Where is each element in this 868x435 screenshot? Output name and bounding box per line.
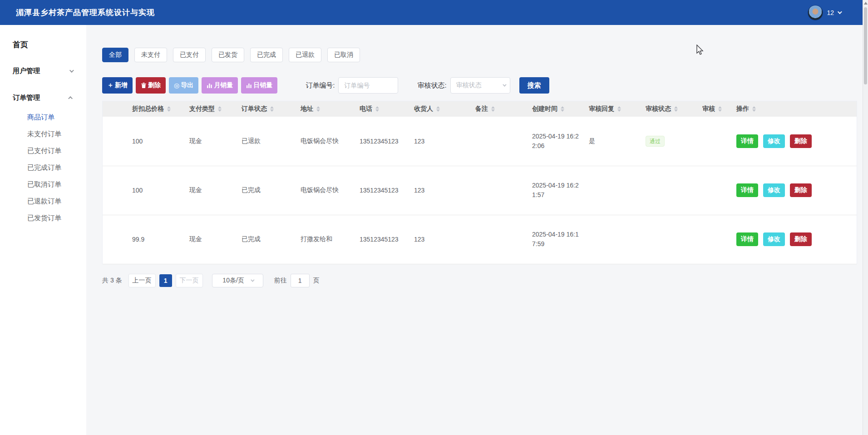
edit-button[interactable]: 修改 — [763, 232, 785, 246]
chevron-down-icon — [838, 10, 842, 14]
main-content: 全部 未支付 已支付 已发货 已完成 已退款 已取消 ＋新增 删除 ◎导出 — [86, 25, 868, 435]
row-delete-button[interactable]: 删除 — [790, 183, 812, 197]
sidebar-item-completed-orders[interactable]: 已完成订单 — [0, 159, 86, 176]
sidebar-item-refunded-orders[interactable]: 已退款订单 — [0, 193, 86, 210]
sort-caret-icon[interactable] — [436, 106, 440, 112]
cell-created: 2025-04-19 16:22:06 — [529, 117, 586, 166]
cell-price: 99.9 — [103, 215, 187, 264]
sidebar-item-shipped-orders[interactable]: 已发货订单 — [0, 210, 86, 227]
sort-caret-icon[interactable] — [752, 106, 756, 112]
status-filter-tabs: 全部 未支付 已支付 已发货 已完成 已退款 已取消 — [102, 48, 857, 62]
order-number-label: 订单编号: — [306, 81, 335, 90]
tab-shipped[interactable]: 已发货 — [212, 48, 244, 62]
column-header-remark[interactable]: 备注 — [473, 101, 529, 117]
orders-table: 折扣总价格 支付类型 订单状态 地址 电话 收货人 备注 创建时间 审核回复 审… — [102, 101, 857, 264]
prev-page-button[interactable]: 上一页 — [128, 274, 156, 287]
cell-price: 100 — [103, 166, 187, 215]
tab-paid[interactable]: 已支付 — [173, 48, 206, 62]
row-delete-button[interactable]: 删除 — [790, 134, 812, 148]
sort-caret-icon[interactable] — [561, 106, 564, 112]
add-button[interactable]: ＋新增 — [102, 77, 133, 94]
column-header-phone[interactable]: 电话 — [357, 101, 411, 117]
cell-pay-type: 现金 — [187, 117, 239, 166]
sidebar-item-unpaid-orders[interactable]: 未支付订单 — [0, 126, 86, 143]
order-number-input[interactable] — [338, 77, 398, 94]
monthly-sales-button[interactable]: 月销量 — [202, 77, 238, 94]
cell-phone: 13512345123 — [357, 166, 411, 215]
sidebar-item-home[interactable]: 首页 — [0, 34, 86, 55]
edit-button[interactable]: 修改 — [763, 134, 785, 148]
sort-caret-icon[interactable] — [167, 106, 171, 112]
user-avatar[interactable] — [808, 5, 823, 20]
page-size-select[interactable]: 10条/页 — [212, 274, 263, 287]
vertical-scrollbar[interactable] — [863, 0, 868, 435]
column-header-address[interactable]: 地址 — [298, 101, 357, 117]
sidebar-item-product-orders[interactable]: 商品订单 — [0, 109, 86, 126]
column-header-price[interactable]: 折扣总价格 — [103, 101, 187, 117]
column-header-actions[interactable]: 操作 — [734, 101, 857, 117]
sort-caret-icon[interactable] — [718, 106, 722, 112]
cell-address: 打撒发给和 — [298, 215, 357, 264]
scroll-up-icon[interactable] — [864, 2, 868, 5]
scrollbar-thumb[interactable] — [864, 7, 867, 84]
status-badge: 通过 — [646, 136, 665, 147]
search-button[interactable]: 搜索 — [519, 77, 549, 94]
cell-status: 已完成 — [239, 215, 298, 264]
sidebar-item-cancelled-orders[interactable]: 已取消订单 — [0, 176, 86, 193]
sidebar-group-user-management[interactable]: 用户管理 — [0, 60, 86, 82]
cell-status: 已退款 — [239, 117, 298, 166]
daily-sales-button[interactable]: 日销量 — [241, 77, 277, 94]
sidebar-group-order-management[interactable]: 订单管理 — [0, 87, 86, 109]
column-header-receiver[interactable]: 收货人 — [411, 101, 473, 117]
column-header-status[interactable]: 订单状态 — [239, 101, 298, 117]
sort-caret-icon[interactable] — [270, 106, 274, 112]
column-header-audit[interactable]: 审核 — [700, 101, 734, 117]
cell-remark — [473, 215, 529, 264]
next-page-button[interactable]: 下一页 — [176, 274, 203, 287]
sort-caret-icon[interactable] — [375, 106, 379, 112]
sort-caret-icon[interactable] — [491, 106, 495, 112]
cell-audit — [700, 166, 734, 215]
column-header-created[interactable]: 创建时间 — [529, 101, 586, 117]
column-header-pay-type[interactable]: 支付类型 — [187, 101, 239, 117]
cell-receiver: 123 — [411, 117, 473, 166]
goto-unit-label: 页 — [313, 277, 320, 285]
edit-button[interactable]: 修改 — [763, 183, 785, 197]
sort-caret-icon[interactable] — [617, 106, 621, 112]
sidebar-item-paid-orders[interactable]: 已支付订单 — [0, 143, 86, 159]
cell-address: 电饭锅会尽快 — [298, 166, 357, 215]
detail-button[interactable]: 详情 — [736, 232, 758, 246]
table-row[interactable]: 100 现金 已退款 电饭锅会尽快 13512345123 123 2025-0… — [103, 117, 857, 166]
detail-button[interactable]: 详情 — [736, 134, 758, 148]
cell-pay-type: 现金 — [187, 215, 239, 264]
column-header-audit-reply[interactable]: 审核回复 — [586, 101, 643, 117]
bar-chart-icon — [207, 83, 212, 89]
table-row[interactable]: 99.9 现金 已完成 打撒发给和 13512345123 123 2025-0… — [103, 215, 857, 264]
user-menu[interactable]: 12 — [808, 5, 841, 20]
cell-created: 2025-04-19 16:17:59 — [529, 215, 586, 264]
sort-caret-icon[interactable] — [674, 106, 678, 112]
app-window: 湄潭县乡村茶产品管理系统设计与实现 12 首页 用户管理 订单管理 商品订单 未… — [0, 0, 868, 435]
tab-unpaid[interactable]: 未支付 — [134, 48, 167, 62]
table-header-row: 折扣总价格 支付类型 订单状态 地址 电话 收货人 备注 创建时间 审核回复 审… — [103, 101, 857, 117]
row-delete-button[interactable]: 删除 — [790, 232, 812, 246]
audit-status-select[interactable]: 审核状态 — [450, 77, 510, 94]
goto-page-input[interactable] — [291, 274, 310, 287]
page-number-button[interactable]: 1 — [159, 274, 172, 287]
tab-completed[interactable]: 已完成 — [250, 48, 283, 62]
tab-cancelled[interactable]: 已取消 — [327, 48, 360, 62]
export-button[interactable]: ◎导出 — [169, 77, 198, 94]
cell-receiver: 123 — [411, 166, 473, 215]
audit-status-label: 审核状态: — [417, 81, 446, 90]
sort-caret-icon[interactable] — [218, 106, 222, 112]
delete-button[interactable]: 删除 — [136, 77, 166, 94]
sort-caret-icon[interactable] — [316, 106, 320, 112]
column-header-audit-status[interactable]: 审核状态 — [643, 101, 700, 117]
tab-refunded[interactable]: 已退款 — [289, 48, 321, 62]
detail-button[interactable]: 详情 — [736, 183, 758, 197]
cell-remark — [473, 117, 529, 166]
tab-all[interactable]: 全部 — [102, 48, 128, 62]
cell-created: 2025-04-19 16:21:57 — [529, 166, 586, 215]
goto-label: 前往 — [274, 277, 287, 285]
table-row[interactable]: 100 现金 已完成 电饭锅会尽快 13512345123 123 2025-0… — [103, 166, 857, 215]
